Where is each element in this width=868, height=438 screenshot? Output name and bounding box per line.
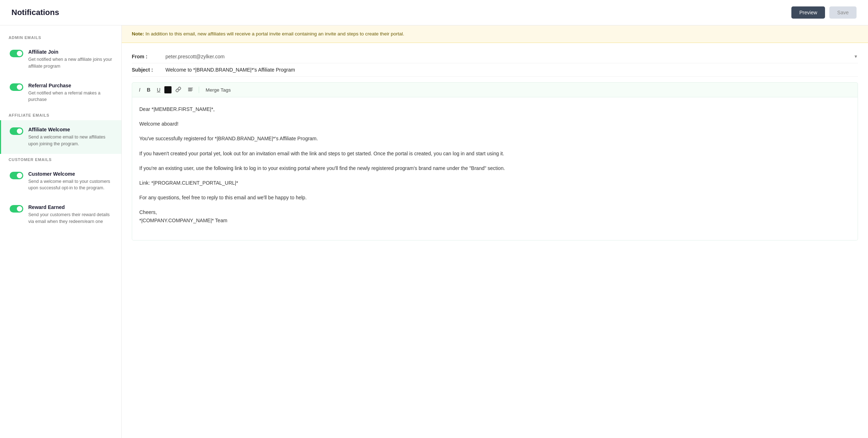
color-picker-button[interactable] — [164, 86, 172, 93]
notification-title-reward-earned: Reward Earned — [28, 204, 113, 210]
section-label-affiliate-emails: AFFILIATE EMAILS — [0, 110, 121, 120]
notification-text-affiliate-welcome: Affiliate WelcomeSend a welcome email to… — [28, 127, 113, 147]
toolbar-divider — [199, 87, 199, 93]
notification-item-affiliate-welcome[interactable]: Affiliate WelcomeSend a welcome email to… — [0, 120, 121, 154]
email-body-line-5: Link: *|PROGRAM.CLIENT_PORTAL_URL|* — [139, 179, 850, 187]
merge-tags-button[interactable]: Merge Tags — [202, 86, 234, 94]
notification-desc-customer-welcome: Send a welcome email to your customers u… — [28, 178, 113, 192]
note-text: In addition to this email, new affiliate… — [145, 31, 404, 36]
notification-text-affiliate-join: Affiliate JoinGet notified when a new af… — [28, 49, 113, 70]
bold-button[interactable]: B — [144, 86, 153, 94]
notification-title-affiliate-join: Affiliate Join — [28, 49, 113, 55]
email-body-line-6: For any questions, feel free to reply to… — [139, 194, 850, 202]
notification-text-customer-welcome: Customer WelcomeSend a welcome email to … — [28, 171, 113, 192]
from-label: From : — [132, 54, 164, 59]
notification-desc-affiliate-welcome: Send a welcome email to new affiliates u… — [28, 134, 113, 147]
notification-desc-affiliate-join: Get notified when a new affiliate joins … — [28, 56, 113, 70]
notification-text-reward-earned: Reward EarnedSend your customers their r… — [28, 204, 113, 225]
toggle-reward-earned[interactable] — [10, 205, 23, 213]
top-bar: Notifications Preview Save — [0, 0, 868, 25]
editor-toolbar: I B U Merge Tags — [132, 82, 858, 97]
notification-title-customer-welcome: Customer Welcome — [28, 171, 113, 177]
link-button[interactable] — [173, 85, 184, 94]
notification-item-reward-earned[interactable]: Reward EarnedSend your customers their r… — [0, 198, 121, 232]
notification-desc-referral-purchase: Get notified when a referral makes a pur… — [28, 90, 113, 103]
toggle-affiliate-welcome[interactable] — [10, 127, 23, 135]
notification-item-affiliate-join[interactable]: Affiliate JoinGet notified when a new af… — [0, 43, 121, 76]
from-value: peter.prescott@zylker.com — [164, 54, 854, 59]
align-button[interactable] — [185, 85, 196, 94]
email-body-line-4: If you're an existing user, use the foll… — [139, 164, 850, 172]
notification-title-affiliate-welcome: Affiliate Welcome — [28, 127, 113, 132]
notification-desc-reward-earned: Send your customers their reward details… — [28, 211, 113, 225]
sidebar: ADMIN EMAILSAffiliate JoinGet notified w… — [0, 25, 122, 438]
email-body-line-3: If you haven't created your portal yet, … — [139, 150, 850, 158]
email-body-line-0: Dear *|MEMBER.FIRST_NAME|*, — [139, 105, 850, 113]
notification-item-referral-purchase[interactable]: Referral PurchaseGet notified when a ref… — [0, 76, 121, 110]
content-area: Note: In addition to this email, new aff… — [122, 25, 868, 438]
header-actions: Preview Save — [791, 6, 857, 19]
email-body-line-7: Cheers,*|COMPANY.COMPANY_NAME|* Team — [139, 208, 850, 225]
section-label-admin-emails: ADMIN EMAILS — [0, 32, 121, 43]
toggle-customer-welcome[interactable] — [10, 172, 23, 179]
toggle-affiliate-join[interactable] — [10, 50, 23, 57]
email-body-line-2: You've successfully registered for *|BRA… — [139, 135, 850, 143]
email-body[interactable]: Dear *|MEMBER.FIRST_NAME|*,Welcome aboar… — [132, 97, 858, 240]
note-banner: Note: In addition to this email, new aff… — [122, 25, 868, 43]
notification-title-referral-purchase: Referral Purchase — [28, 83, 113, 88]
italic-button[interactable]: I — [136, 86, 143, 94]
subject-label: Subject : — [132, 67, 164, 73]
section-label-customer-emails: CUSTOMER EMAILS — [0, 154, 121, 165]
save-button[interactable]: Save — [829, 6, 857, 19]
from-row: From : peter.prescott@zylker.com ▼ — [132, 50, 858, 63]
note-prefix: Note: — [132, 31, 144, 36]
page-title: Notifications — [11, 8, 59, 17]
notification-text-referral-purchase: Referral PurchaseGet notified when a ref… — [28, 83, 113, 103]
main-layout: ADMIN EMAILSAffiliate JoinGet notified w… — [0, 25, 868, 438]
notification-item-customer-welcome[interactable]: Customer WelcomeSend a welcome email to … — [0, 165, 121, 198]
subject-value[interactable]: Welcome to *|BRAND.BRAND_NAME|*'s Affili… — [164, 67, 858, 73]
email-form: From : peter.prescott@zylker.com ▼ Subje… — [122, 43, 868, 248]
underline-button[interactable]: U — [154, 86, 163, 94]
preview-button[interactable]: Preview — [791, 6, 825, 19]
toggle-referral-purchase[interactable] — [10, 83, 23, 91]
subject-row: Subject : Welcome to *|BRAND.BRAND_NAME|… — [132, 63, 858, 77]
email-body-line-1: Welcome aboard! — [139, 120, 850, 128]
from-dropdown-arrow[interactable]: ▼ — [854, 54, 858, 59]
